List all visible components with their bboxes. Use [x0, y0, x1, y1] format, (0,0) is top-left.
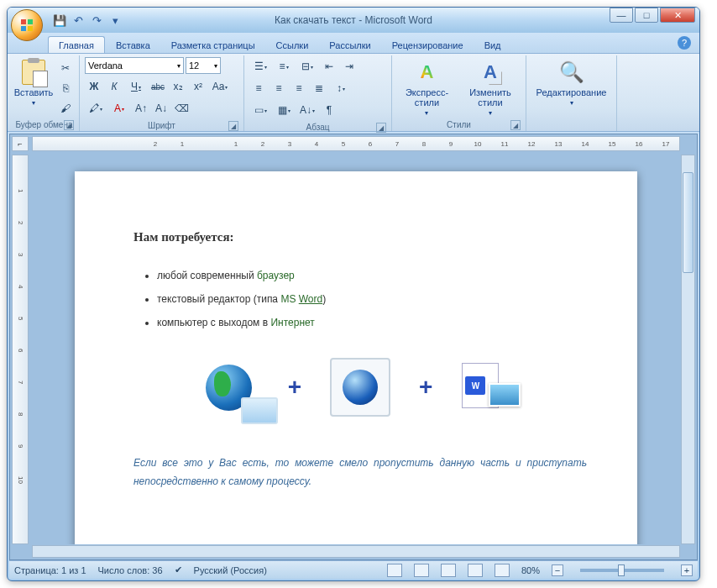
group-label-paragraph: Абзац◢ — [249, 121, 386, 134]
justify-button[interactable]: ≣ — [310, 79, 328, 97]
view-draft-icon[interactable] — [495, 564, 510, 577]
tab-references[interactable]: Ссылки — [266, 37, 319, 53]
change-case-button[interactable]: Aa — [209, 77, 231, 96]
indent-inc-button[interactable]: ⇥ — [340, 57, 358, 76]
status-language[interactable]: Русский (Россия) — [194, 565, 267, 575]
ruler-corner[interactable]: ⌐ — [12, 136, 29, 151]
zoom-in-button[interactable]: + — [681, 564, 693, 576]
close-button[interactable]: ✕ — [660, 8, 695, 23]
multilevel-button[interactable]: ⊟ — [296, 57, 318, 76]
font-color-button[interactable]: A — [108, 99, 130, 118]
copy-icon[interactable]: ⎘ — [56, 79, 75, 97]
tab-review[interactable]: Рецензирование — [382, 37, 474, 53]
font-size-combo[interactable]: 12▾ — [186, 57, 221, 74]
tab-view[interactable]: Вид — [474, 37, 511, 53]
status-words[interactable]: Число слов: 36 — [98, 565, 163, 575]
group-label-clipboard: Буфер обмена◢ — [14, 118, 74, 131]
font-launcher-icon[interactable]: ◢ — [228, 121, 238, 131]
group-editing: 🔍 Редактирование ▾ — [526, 55, 617, 131]
zoom-handle[interactable] — [618, 564, 625, 576]
horizontal-scrollbar[interactable] — [32, 545, 680, 558]
bullets-button[interactable]: ☰ — [249, 57, 271, 76]
horizontal-ruler[interactable]: 211234567891011121314151617 — [32, 136, 680, 151]
styles-launcher-icon[interactable]: ◢ — [510, 120, 521, 130]
scrollbar-thumb[interactable] — [683, 172, 693, 273]
globe-monitor-icon — [187, 354, 271, 421]
view-full-screen-icon[interactable] — [414, 564, 429, 577]
browser-globe-icon — [318, 354, 402, 421]
qat-customize-icon[interactable]: ▾ — [108, 13, 122, 27]
view-outline-icon[interactable] — [468, 564, 483, 577]
clipboard-launcher-icon[interactable]: ◢ — [64, 120, 74, 130]
paragraph-launcher-icon[interactable]: ◢ — [376, 123, 386, 133]
plus-icon: + — [288, 374, 301, 401]
format-painter-icon[interactable]: 🖌 — [56, 99, 75, 118]
ribbon: Вставить ▾ ✂ ⎘ 🖌 Буфер обмена◢ Verdana▾ … — [8, 53, 699, 132]
office-button[interactable] — [11, 9, 43, 41]
word-doc-icon: W — [449, 354, 533, 421]
clear-format-button[interactable]: ⌫ — [172, 99, 191, 118]
paste-button[interactable]: Вставить ▾ — [14, 57, 53, 108]
show-marks-button[interactable]: ¶ — [320, 101, 338, 119]
borders-button[interactable]: ▦ — [273, 101, 295, 119]
align-center-button[interactable]: ≡ — [270, 79, 288, 97]
status-bar: Страница: 1 из 1 Число слов: 36 ✔ Русски… — [9, 560, 698, 579]
view-print-layout-icon[interactable] — [387, 564, 402, 577]
bold-button[interactable]: Ж — [85, 77, 103, 96]
list-item: любой современный браузер — [157, 270, 587, 281]
quick-styles-button[interactable]: A Экспресс-стили ▾ — [397, 57, 457, 118]
align-left-button[interactable]: ≡ — [249, 79, 268, 97]
save-icon[interactable]: 💾 — [53, 13, 66, 27]
italic-button[interactable]: К — [105, 77, 123, 96]
cut-icon[interactable]: ✂ — [56, 59, 75, 77]
title-bar: 💾 ↶ ↷ ▾ Как скачать текст - Microsoft Wo… — [8, 8, 699, 33]
paste-icon — [22, 60, 45, 85]
shading-button[interactable]: ▭ — [249, 101, 271, 119]
underline-button[interactable]: Ч — [125, 77, 147, 96]
change-styles-icon: A — [484, 61, 497, 83]
numbering-button[interactable]: ≡ — [273, 57, 295, 76]
group-font: Verdana▾ 12▾ Ж К Ч abc x₂ x² Aa 🖍 A A↑ A… — [80, 55, 244, 131]
status-proofing-icon[interactable]: ✔ — [175, 564, 182, 575]
tab-insert[interactable]: Вставка — [106, 37, 160, 53]
page-viewport[interactable]: Нам потребуется: любой современный брауз… — [32, 155, 680, 544]
ribbon-tabs: Главная Вставка Разметка страницы Ссылки… — [8, 33, 699, 53]
doc-bullet-list: любой современный браузер текстовый реда… — [157, 270, 587, 328]
undo-icon[interactable]: ↶ — [71, 13, 85, 27]
strike-button[interactable]: abc — [149, 77, 167, 96]
change-styles-button[interactable]: A Изменить стили ▾ — [460, 57, 521, 118]
doc-image-row: + + W — [133, 354, 587, 421]
zoom-slider[interactable] — [580, 569, 664, 572]
line-spacing-button[interactable]: ↕ — [330, 79, 352, 97]
view-web-layout-icon[interactable] — [441, 564, 456, 577]
sort-button[interactable]: A↓ — [296, 101, 318, 119]
indent-dec-button[interactable]: ⇤ — [320, 57, 338, 76]
tab-mailings[interactable]: Рассылки — [319, 37, 380, 53]
shrink-font-button[interactable]: A↓ — [152, 99, 170, 118]
vertical-ruler[interactable]: 12345678910 — [12, 155, 29, 544]
zoom-percent[interactable]: 80% — [521, 565, 540, 575]
quick-access-toolbar: 💾 ↶ ↷ ▾ — [53, 13, 122, 27]
editing-button[interactable]: 🔍 Редактирование ▾ — [531, 57, 611, 108]
font-name-combo[interactable]: Verdana▾ — [85, 57, 184, 74]
tab-home[interactable]: Главная — [48, 36, 105, 53]
minimize-button[interactable]: — — [610, 8, 633, 23]
superscript-button[interactable]: x² — [189, 77, 207, 96]
group-label-styles: Стили◢ — [397, 118, 521, 131]
group-label-font: Шрифт◢ — [85, 119, 238, 132]
vertical-scrollbar[interactable] — [681, 155, 695, 544]
document-page[interactable]: Нам потребуется: любой современный брауз… — [75, 171, 637, 544]
grow-font-button[interactable]: A↑ — [132, 99, 150, 118]
text-highlight-button[interactable]: 🖍 — [85, 99, 107, 118]
maximize-button[interactable]: □ — [635, 8, 658, 23]
group-clipboard: Вставить ▾ ✂ ⎘ 🖌 Буфер обмена◢ — [9, 55, 80, 131]
subscript-button[interactable]: x₂ — [169, 77, 187, 96]
tab-page-layout[interactable]: Разметка страницы — [161, 37, 265, 53]
doc-heading: Нам потребуется: — [133, 230, 587, 244]
zoom-out-button[interactable]: − — [552, 564, 563, 576]
plus-icon: + — [419, 374, 432, 401]
align-right-button[interactable]: ≡ — [290, 79, 308, 97]
help-icon[interactable]: ? — [678, 36, 691, 50]
status-page[interactable]: Страница: 1 из 1 — [14, 565, 86, 575]
redo-icon[interactable]: ↷ — [90, 13, 103, 27]
